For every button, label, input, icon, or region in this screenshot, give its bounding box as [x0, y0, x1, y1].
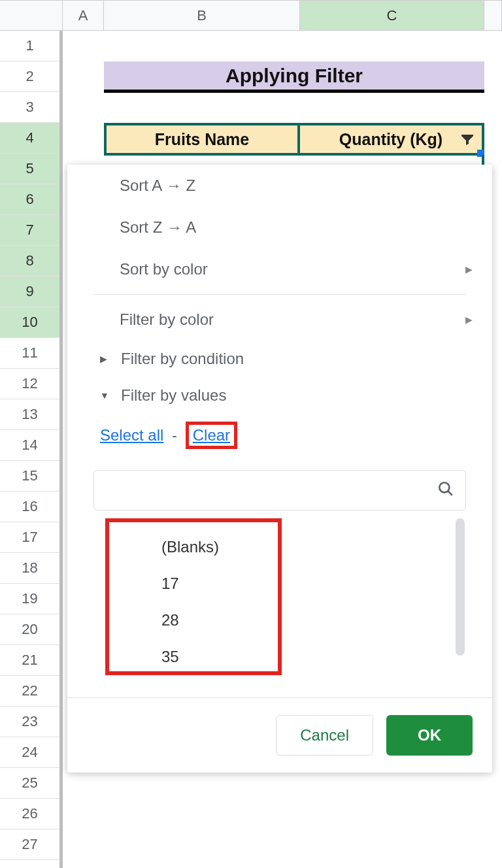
- sort-za-item[interactable]: Sort Z → A: [67, 207, 492, 248]
- triangle-right-icon: ▶: [465, 264, 473, 275]
- dash-separator: -: [172, 426, 177, 444]
- popup-footer: Cancel OK: [67, 697, 492, 773]
- row-header[interactable]: 26: [0, 799, 59, 829]
- ok-button[interactable]: OK: [386, 715, 473, 756]
- sort-az-label: Sort A → Z: [120, 176, 195, 195]
- sort-za-label: Sort Z → A: [120, 218, 196, 237]
- row-header[interactable]: 5: [0, 154, 59, 184]
- corner-cell[interactable]: [0, 1, 63, 30]
- values-list: (Blanks) 17 28 35: [105, 518, 466, 688]
- table-header-fruits[interactable]: Fruits Name: [104, 125, 300, 153]
- cancel-button[interactable]: Cancel: [276, 715, 373, 756]
- spreadsheet-grid: A B C 1 2 3 4 5 6 7 8 9 10 11 12 13 14 1…: [0, 0, 502, 868]
- table-header-label: Fruits Name: [155, 130, 249, 149]
- table-header-row: Fruits Name Quantity (Kg): [104, 123, 484, 156]
- column-header-B[interactable]: B: [104, 1, 300, 30]
- row-header[interactable]: 15: [0, 461, 59, 492]
- filter-by-condition-label: Filter by condition: [121, 350, 244, 368]
- filter-by-values-label: Filter by values: [121, 386, 226, 405]
- filter-by-condition-item[interactable]: ▶ Filter by condition: [67, 341, 492, 377]
- triangle-down-icon: ▼: [100, 390, 113, 401]
- filter-value-item[interactable]: 17: [122, 565, 265, 602]
- search-container: [93, 470, 466, 510]
- sort-az-item[interactable]: Sort A → Z: [67, 165, 492, 207]
- row-header[interactable]: 27: [0, 829, 59, 860]
- filter-icon[interactable]: [460, 131, 475, 147]
- column-header-empty[interactable]: [484, 1, 502, 30]
- row-header[interactable]: 17: [0, 522, 59, 553]
- column-header-C[interactable]: C: [300, 1, 484, 30]
- sort-by-color-item[interactable]: Sort by color ▶: [67, 248, 492, 290]
- row-header[interactable]: 28: [0, 860, 59, 868]
- row-header[interactable]: 19: [0, 584, 59, 614]
- row-header[interactable]: 16: [0, 492, 59, 522]
- row-header[interactable]: 25: [0, 768, 59, 799]
- sheet-title: Applying Filter: [104, 61, 484, 93]
- row-header[interactable]: 9: [0, 276, 59, 307]
- row-header[interactable]: 21: [0, 645, 59, 676]
- row-header[interactable]: 11: [0, 338, 59, 369]
- select-all-link[interactable]: Select all: [100, 426, 163, 444]
- column-header-A[interactable]: A: [63, 1, 104, 30]
- search-icon[interactable]: [437, 480, 454, 500]
- filter-value-item[interactable]: 35: [122, 639, 265, 675]
- row-header[interactable]: 6: [0, 184, 59, 215]
- filter-by-color-label: Filter by color: [120, 310, 214, 329]
- row-header-selected[interactable]: 4: [0, 123, 59, 154]
- table-header-quantity[interactable]: Quantity (Kg): [300, 125, 484, 153]
- row-header[interactable]: 8: [0, 246, 59, 276]
- column-headers: A B C: [0, 0, 502, 31]
- clear-link[interactable]: Clear: [193, 426, 230, 444]
- row-header[interactable]: 23: [0, 707, 59, 737]
- row-header[interactable]: 20: [0, 614, 59, 645]
- triangle-right-icon: ▶: [100, 354, 113, 364]
- divider: [93, 294, 466, 295]
- row-header[interactable]: 24: [0, 737, 59, 768]
- row-header[interactable]: 18: [0, 553, 59, 584]
- row-header[interactable]: 7: [0, 215, 59, 246]
- svg-point-0: [439, 482, 449, 492]
- row-header[interactable]: 14: [0, 430, 59, 461]
- filter-value-item[interactable]: 28: [122, 602, 265, 639]
- clear-highlight-box: Clear: [186, 422, 237, 449]
- filter-value-item[interactable]: (Blanks): [122, 529, 265, 565]
- row-header[interactable]: 22: [0, 676, 59, 707]
- filter-by-color-item[interactable]: Filter by color ▶: [67, 299, 492, 341]
- triangle-right-icon: ▶: [465, 314, 473, 325]
- filter-by-values-item[interactable]: ▼ Filter by values: [67, 377, 492, 414]
- svg-line-1: [448, 491, 452, 495]
- row-header[interactable]: 2: [0, 61, 59, 92]
- row-header[interactable]: 3: [0, 92, 59, 123]
- sort-by-color-label: Sort by color: [120, 260, 208, 278]
- values-highlight-box: (Blanks) 17 28 35: [105, 518, 282, 675]
- table-header-label: Quantity (Kg): [339, 130, 443, 149]
- row-header[interactable]: 13: [0, 399, 59, 430]
- row-header[interactable]: 10: [0, 307, 59, 338]
- select-clear-row: Select all - Clear: [67, 414, 492, 457]
- filter-popup: Sort A → Z Sort Z → A Sort by color ▶ Fi…: [67, 165, 492, 773]
- scrollbar[interactable]: [456, 518, 465, 656]
- filter-search-input[interactable]: [93, 470, 466, 510]
- row-headers: 1 2 3 4 5 6 7 8 9 10 11 12 13 14 15 16 1…: [0, 31, 63, 868]
- row-header[interactable]: 1: [0, 31, 59, 61]
- row-header[interactable]: 12: [0, 369, 59, 399]
